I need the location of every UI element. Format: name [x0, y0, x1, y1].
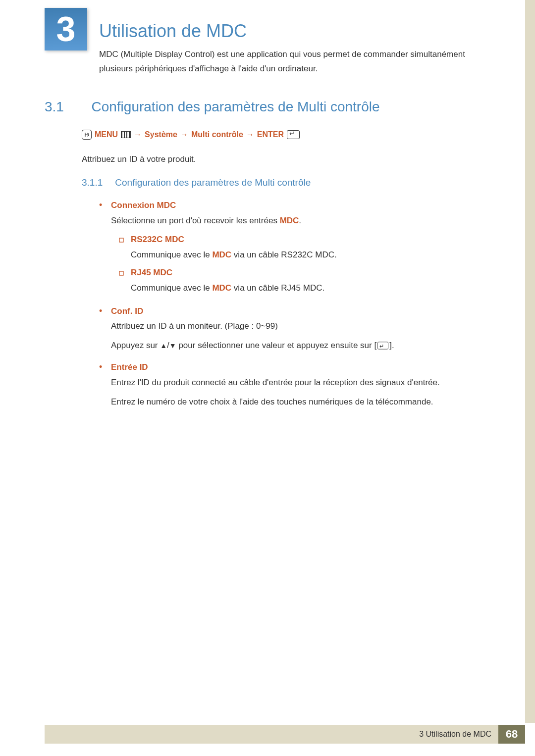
chapter-number: 3: [56, 9, 76, 49]
arrow-icon: →: [134, 130, 142, 139]
chapter-title: Utilisation de MDC: [99, 21, 247, 42]
sub-item-label: RS232C MDC: [131, 235, 184, 244]
item-label: Conf. ID: [111, 306, 143, 316]
sub-item-description: Communique avec le MDC via un câble RJ45…: [131, 281, 476, 296]
item-label: Entrée ID: [111, 362, 148, 372]
section-title: Configuration des paramètres de Multi co…: [91, 99, 379, 115]
item-description: Sélectionne un port d'où recevoir les en…: [111, 213, 476, 229]
item-description: Entrez l'ID du produit connecté au câble…: [111, 375, 476, 391]
menu-navigation-path: MENU → Système → Multi contrôle → ENTER: [82, 130, 300, 140]
content-area: •Connexion MDC Sélectionne un port d'où …: [99, 197, 476, 413]
chapter-number-badge: 3: [45, 8, 87, 50]
enter-icon: [377, 342, 388, 350]
side-stripe: [525, 0, 535, 723]
up-triangle-icon: ▲: [160, 340, 167, 352]
bullet-icon: •: [99, 359, 111, 375]
sub-bullet-icon: [119, 232, 131, 248]
nav-system-label: Système: [145, 130, 177, 139]
arrow-icon: →: [246, 130, 254, 139]
item-description: Appuyez sur ▲/▼ pour sélectionner une va…: [111, 338, 476, 353]
footer-bar-fill: [45, 725, 412, 744]
nav-enter-label: ENTER: [257, 130, 284, 139]
sub-list-item: RS232C MDC: [119, 232, 476, 248]
sub-list-item: RJ45 MDC: [119, 265, 476, 281]
sub-item-label: RJ45 MDC: [131, 268, 172, 277]
down-triangle-icon: ▼: [169, 340, 176, 352]
subsection-heading: 3.1.1 Configuration des paramètres de Mu…: [82, 177, 311, 188]
nav-multi-label: Multi contrôle: [191, 130, 243, 139]
arrow-icon: →: [180, 130, 188, 139]
bullet-icon: •: [99, 303, 111, 319]
item-description: Entrez le numéro de votre choix à l'aide…: [111, 395, 476, 410]
enter-icon: [287, 130, 300, 139]
section-number: 3.1: [45, 99, 89, 115]
page-number: 68: [498, 725, 525, 744]
svg-rect-1: [119, 271, 123, 275]
sub-bullet-icon: [119, 265, 131, 281]
list-item: •Conf. ID: [99, 303, 476, 319]
list-item: •Connexion MDC: [99, 197, 476, 213]
osd-icon: [82, 130, 92, 140]
footer-chapter-label: 3 Utilisation de MDC: [412, 725, 498, 744]
menu-bars-icon: [121, 131, 131, 138]
svg-rect-0: [119, 238, 123, 242]
section-heading: 3.1 Configuration des paramètres de Mult…: [45, 99, 380, 115]
subsection-title: Configuration des paramètres de Multi co…: [115, 177, 311, 188]
item-description: Attribuez un ID à un moniteur. (Plage : …: [111, 319, 476, 334]
bullet-icon: •: [99, 197, 111, 213]
list-item: •Entrée ID: [99, 359, 476, 375]
intro-paragraph: MDC (Multiple Display Control) est une a…: [99, 48, 476, 76]
assign-id-text: Attribuez un ID à votre produit.: [82, 154, 196, 164]
item-label: Connexion MDC: [111, 201, 176, 210]
page-footer: 3 Utilisation de MDC 68: [45, 725, 525, 744]
sub-item-description: Communique avec le MDC via un câble RS23…: [131, 248, 476, 263]
nav-menu-label: MENU: [95, 130, 118, 139]
subsection-number: 3.1.1: [82, 177, 112, 188]
